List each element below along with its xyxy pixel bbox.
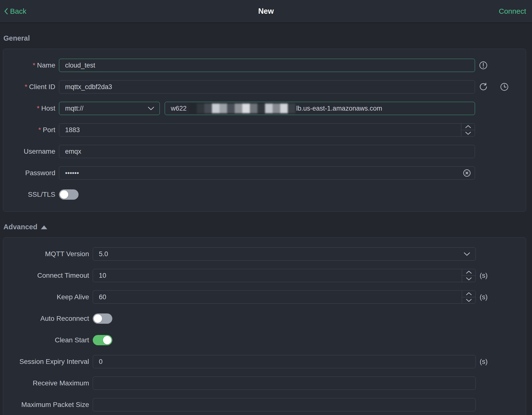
back-button[interactable]: Back: [4, 7, 26, 15]
auto-reconnect-toggle[interactable]: [93, 313, 112, 324]
keep-alive-stepper: [462, 291, 475, 303]
receive-maximum-row: Receive Maximum: [3, 377, 526, 390]
password-input[interactable]: [59, 166, 475, 180]
session-expiry-label: Session Expiry Interval: [3, 358, 89, 366]
password-row: Password: [3, 166, 526, 180]
ssl-row: SSL/TLS: [3, 188, 526, 201]
stepper-up-button[interactable]: [462, 269, 475, 276]
stepper-up-button[interactable]: [462, 291, 475, 297]
receive-maximum-input[interactable]: [93, 377, 476, 390]
connect-timeout-unit: (s): [480, 272, 488, 279]
port-label: *Port: [3, 126, 55, 134]
receive-maximum-label: Receive Maximum: [3, 379, 89, 387]
required-mark: *: [33, 61, 35, 69]
host-input[interactable]: w622 lb.us-east-1.amazonaws.com: [165, 102, 475, 115]
client-id-label: *Client ID: [3, 83, 55, 91]
clean-start-row: Clean Start: [3, 334, 526, 347]
mqtt-version-row: MQTT Version 5.0: [3, 247, 526, 261]
keep-alive-label: Keep Alive: [3, 293, 89, 301]
chevron-down-icon: [464, 252, 470, 256]
chevron-down-icon: [148, 107, 154, 110]
redacted-host-segment: [189, 104, 295, 113]
advanced-section-label: Advanced: [3, 223, 37, 231]
general-card: *Name *Client ID: [3, 49, 526, 212]
stepper-down-button[interactable]: [461, 130, 475, 137]
ssl-toggle[interactable]: [59, 189, 79, 200]
name-label: *Name: [3, 61, 55, 69]
session-expiry-row: Session Expiry Interval (s): [3, 355, 526, 368]
advanced-section-title[interactable]: Advanced: [3, 223, 526, 231]
stepper-down-button[interactable]: [462, 276, 475, 282]
history-clock-icon[interactable]: [500, 82, 509, 91]
auto-reconnect-row: Auto Reconnect: [3, 312, 526, 325]
port-input[interactable]: [59, 123, 475, 137]
toggle-knob: [94, 314, 102, 323]
username-row: Username: [3, 145, 526, 158]
mqtt-version-value: 5.0: [99, 250, 108, 258]
clear-password-icon[interactable]: [463, 169, 471, 177]
required-mark: *: [25, 83, 27, 91]
client-id-row: *Client ID: [3, 80, 526, 93]
host-label: *Host: [3, 104, 55, 112]
stepper-down-button[interactable]: [462, 297, 475, 304]
refresh-icon[interactable]: [479, 82, 488, 91]
back-label: Back: [10, 7, 26, 15]
required-mark: *: [37, 104, 40, 112]
toggle-knob: [60, 190, 68, 199]
connect-button[interactable]: Connect: [499, 7, 526, 15]
collapse-triangle-icon: [41, 225, 47, 229]
clean-start-label: Clean Start: [3, 336, 89, 344]
required-mark: *: [38, 126, 41, 134]
keep-alive-unit: (s): [480, 293, 488, 301]
host-value-suffix: lb.us-east-1.amazonaws.com: [296, 105, 382, 112]
topbar: Back New Connect: [0, 0, 532, 23]
stepper-up-button[interactable]: [461, 124, 475, 130]
host-protocol-select[interactable]: mqtt://: [59, 102, 160, 115]
auto-reconnect-label: Auto Reconnect: [3, 315, 89, 323]
max-packet-size-input[interactable]: [93, 398, 476, 411]
client-id-input[interactable]: [59, 80, 475, 93]
session-expiry-unit: (s): [480, 358, 488, 366]
connect-timeout-stepper: [462, 269, 475, 282]
port-row: *Port: [3, 123, 526, 137]
password-label: Password: [3, 169, 55, 177]
mqtt-version-label: MQTT Version: [3, 250, 89, 258]
ssl-label: SSL/TLS: [3, 191, 55, 198]
connect-timeout-input[interactable]: [93, 269, 476, 282]
mqtt-version-select[interactable]: 5.0: [93, 247, 476, 261]
max-packet-size-row: Maximum Packet Size: [3, 398, 526, 411]
host-value-prefix: w622: [171, 105, 187, 112]
back-chevron-icon: [4, 8, 8, 15]
username-label: Username: [3, 148, 55, 155]
port-stepper: [461, 124, 475, 136]
max-packet-size-label: Maximum Packet Size: [3, 401, 89, 409]
username-input[interactable]: [59, 145, 475, 158]
connect-timeout-label: Connect Timeout: [3, 272, 89, 279]
name-row: *Name: [3, 59, 526, 72]
keep-alive-input[interactable]: [93, 290, 476, 304]
warning-icon[interactable]: [479, 61, 488, 70]
page-title: New: [258, 7, 274, 16]
name-input[interactable]: [59, 59, 475, 72]
advanced-card: MQTT Version 5.0 Connect Timeout: [3, 237, 526, 415]
connect-timeout-row: Connect Timeout (s): [3, 269, 526, 282]
clean-start-toggle[interactable]: [93, 335, 112, 345]
keep-alive-row: Keep Alive (s): [3, 290, 526, 304]
host-row: *Host mqtt:// w622 lb.us-east-1.amazonaw…: [3, 102, 526, 115]
general-section-label: General: [3, 34, 30, 42]
host-protocol-value: mqtt://: [65, 105, 83, 112]
session-expiry-input[interactable]: [93, 355, 476, 368]
toggle-knob: [103, 336, 111, 344]
general-section-title: General: [3, 34, 526, 42]
